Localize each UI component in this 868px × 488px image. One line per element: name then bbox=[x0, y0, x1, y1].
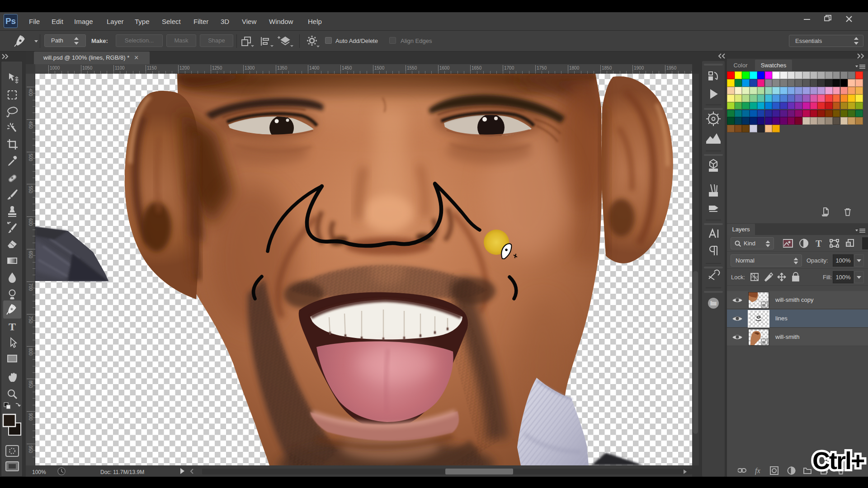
svg-text:ku: ku bbox=[711, 300, 717, 306]
svg-text:fx: fx bbox=[755, 467, 760, 475]
svg-text:T: T bbox=[9, 321, 16, 333]
svg-text:T: T bbox=[816, 239, 822, 249]
